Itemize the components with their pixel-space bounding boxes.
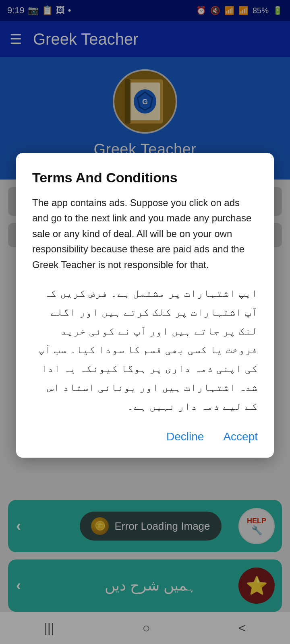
terms-modal: Terms And Conditions The app contains ad… <box>16 153 274 458</box>
modal-title: Terms And Conditions <box>32 170 258 186</box>
modal-overlay: Terms And Conditions The app contains ad… <box>0 0 290 644</box>
accept-button[interactable]: Accept <box>223 430 258 443</box>
modal-body-english: The app contains ads. Suppose you click … <box>32 195 258 272</box>
modal-body-urdu: ایپ اشتہارات پر مشتمل ہے۔ فرض کریں کہ آپ… <box>32 284 258 416</box>
decline-button[interactable]: Decline <box>166 430 204 443</box>
modal-actions: Decline Accept <box>32 430 258 443</box>
